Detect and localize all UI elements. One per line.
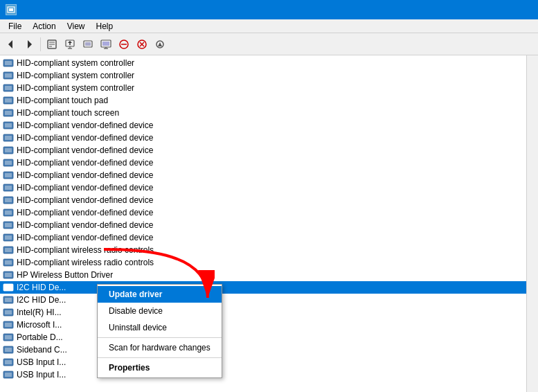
context-menu-item[interactable]: Uninstall device	[98, 319, 222, 336]
hid-device-icon	[3, 244, 14, 256]
svg-rect-41	[5, 148, 12, 152]
hid-device-icon	[3, 182, 14, 193]
monitor-button[interactable]	[98, 36, 114, 53]
device-item[interactable]: HID-compliant system controller	[0, 82, 526, 94]
hid-device-icon	[3, 257, 14, 268]
menu-help[interactable]: Help	[91, 20, 119, 33]
svg-rect-57	[5, 248, 12, 252]
back-button[interactable]	[3, 36, 19, 53]
device-item[interactable]: USB Input I...	[0, 356, 526, 368]
device-item[interactable]: HID-compliant vendor-defined device	[0, 206, 526, 219]
device-list[interactable]: HID-compliant system controller HID-comp…	[0, 55, 526, 392]
main-area: HID-compliant system controller HID-comp…	[0, 55, 538, 392]
context-menu-separator	[98, 357, 222, 358]
hid-device-icon	[3, 195, 14, 206]
uninstall-button[interactable]	[134, 36, 150, 53]
svg-rect-71	[5, 335, 12, 339]
svg-rect-61	[5, 273, 12, 277]
svg-rect-27	[5, 61, 12, 65]
device-item[interactable]: HID-compliant wireless radio controls	[0, 256, 526, 269]
scrollbar[interactable]	[526, 55, 538, 392]
device-item[interactable]: HID-compliant touch screen	[0, 107, 526, 119]
svg-rect-14	[85, 42, 91, 46]
device-item[interactable]: HID-compliant vendor-defined device	[0, 231, 526, 244]
context-menu-item[interactable]: Disable device	[98, 303, 222, 319]
device-item[interactable]: USB Input I...	[0, 368, 526, 381]
device-item[interactable]: HID-compliant vendor-defined device	[0, 144, 526, 157]
device-label: HID-compliant wireless radio controls	[17, 258, 154, 267]
scan-changes-button[interactable]	[152, 36, 168, 53]
device-label: HID-compliant vendor-defined device	[17, 158, 153, 168]
forward-button[interactable]	[21, 36, 37, 53]
close-button[interactable]	[501, 0, 532, 19]
device-item[interactable]: HID-compliant vendor-defined device	[0, 181, 526, 194]
device-item[interactable]: HID-compliant vendor-defined device	[0, 132, 526, 144]
menu-view[interactable]: View	[62, 20, 91, 33]
context-menu-item[interactable]: Properties	[98, 359, 222, 376]
hid-device-icon	[3, 332, 14, 343]
disable-button[interactable]	[116, 36, 132, 53]
hid-device-icon	[3, 294, 14, 305]
context-menu-separator	[98, 337, 222, 338]
device-item[interactable]: HID-compliant system controller	[0, 69, 526, 82]
hid-device-icon	[3, 157, 14, 168]
hid-device-icon	[3, 70, 14, 81]
svg-rect-75	[5, 360, 12, 364]
properties-button[interactable]	[44, 36, 60, 53]
svg-rect-55	[5, 235, 12, 240]
window-controls	[437, 0, 532, 19]
svg-rect-1	[9, 8, 13, 11]
svg-rect-63	[5, 285, 12, 289]
device-label: HID-compliant system controller	[17, 83, 134, 93]
device-item[interactable]: HID-compliant vendor-defined device	[0, 219, 526, 231]
rollback-button[interactable]	[80, 36, 96, 53]
device-item[interactable]: HID-compliant vendor-defined device	[0, 119, 526, 132]
device-item[interactable]: Portable D...	[0, 331, 526, 344]
update-driver-toolbar-button[interactable]	[62, 36, 78, 53]
device-label: HID-compliant vendor-defined device	[17, 133, 153, 143]
device-item[interactable]: HID-compliant vendor-defined device	[0, 169, 526, 181]
hid-device-icon	[3, 120, 14, 131]
svg-rect-47	[5, 186, 12, 190]
device-label: I2C HID De...	[17, 283, 66, 292]
device-item[interactable]: HID-compliant system controller	[0, 57, 526, 69]
device-item[interactable]: Microsoft I...	[0, 319, 526, 331]
device-label: HID-compliant vendor-defined device	[17, 195, 153, 205]
hid-device-icon	[3, 107, 14, 118]
title-bar	[0, 0, 538, 19]
svg-rect-59	[5, 260, 12, 265]
menu-action[interactable]: Action	[27, 20, 61, 33]
svg-rect-67	[5, 310, 12, 314]
device-item[interactable]: HP Wireless Button Driver	[0, 269, 526, 281]
svg-rect-43	[5, 161, 12, 165]
device-label: HID-compliant system controller	[17, 71, 134, 80]
menu-file[interactable]: File	[3, 20, 27, 33]
svg-rect-69	[5, 323, 12, 327]
device-item[interactable]: HID-compliant vendor-defined device	[0, 194, 526, 206]
device-item[interactable]: I2C HID De...	[0, 281, 526, 294]
app-icon	[6, 4, 17, 15]
toolbar	[0, 33, 538, 55]
hid-device-icon	[3, 232, 14, 243]
device-item[interactable]: HID-compliant touch pad	[0, 94, 526, 107]
context-menu-item[interactable]: Update driver	[98, 286, 222, 303]
svg-rect-31	[5, 86, 12, 90]
maximize-button[interactable]	[469, 0, 501, 19]
device-item[interactable]: Intel(R) HI...	[0, 306, 526, 319]
hid-device-icon	[3, 207, 14, 218]
device-item[interactable]: HID-compliant wireless radio controls	[0, 244, 526, 256]
minimize-button[interactable]	[437, 0, 469, 19]
context-menu-item[interactable]: Scan for hardware changes	[98, 339, 222, 356]
hid-device-icon	[3, 95, 14, 106]
device-item[interactable]: HID-compliant vendor-defined device	[0, 157, 526, 169]
svg-rect-73	[5, 348, 12, 352]
device-label: USB Input I...	[17, 370, 66, 380]
device-label: Intel(R) HI...	[17, 308, 62, 317]
hid-device-icon	[3, 82, 14, 93]
svg-marker-25	[158, 42, 162, 46]
menu-bar: File Action View Help	[0, 19, 538, 33]
device-item[interactable]: I2C HID De...	[0, 294, 526, 306]
hid-device-icon	[3, 57, 14, 69]
device-item[interactable]: Sideband C...	[0, 344, 526, 356]
device-label: HID-compliant touch screen	[17, 108, 119, 118]
